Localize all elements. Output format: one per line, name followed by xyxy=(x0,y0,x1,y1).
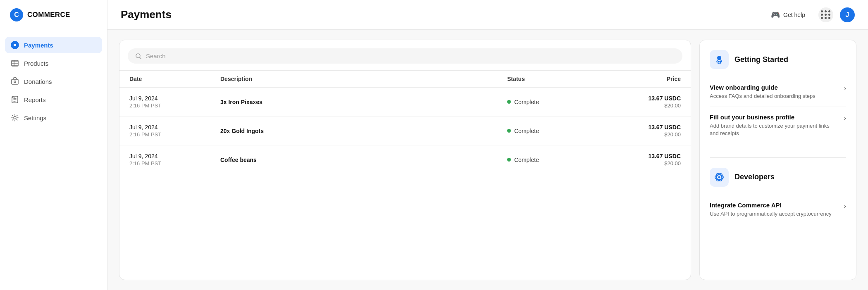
getting-started-icon xyxy=(710,50,729,69)
chevron-right-icon: › xyxy=(844,202,846,210)
page-title: Payments xyxy=(121,8,172,21)
developers-header: Developers xyxy=(710,168,846,187)
svg-point-1 xyxy=(14,44,16,46)
status-dot-complete xyxy=(507,100,511,104)
integrate-api-item[interactable]: Integrate Commerce API Use API to progra… xyxy=(710,195,846,224)
apps-grid-button[interactable] xyxy=(818,7,833,22)
developers-title: Developers xyxy=(734,173,775,181)
sidebar-item-products[interactable]: Products xyxy=(5,55,102,71)
date-cell: Jul 9, 2024 2:16 PM PST xyxy=(129,153,220,166)
settings-icon xyxy=(11,114,19,122)
status-dot-complete xyxy=(507,129,511,133)
table-header: Date Description Status Price xyxy=(119,71,691,88)
developers-section: Developers Integrate Commerce API Use AP… xyxy=(710,168,846,224)
user-avatar-button[interactable]: J xyxy=(840,7,855,22)
reports-icon xyxy=(11,95,19,104)
sidebar-item-settings-label: Settings xyxy=(24,114,46,121)
status-cell: Complete xyxy=(507,157,598,163)
price-cell: 13.67 USDC $20.00 xyxy=(598,124,681,138)
table-row[interactable]: Jul 9, 2024 2:16 PM PST Coffee beans Com… xyxy=(119,145,691,174)
onboarding-guide-item[interactable]: View onboarding guide Access FAQs and de… xyxy=(710,77,846,107)
search-icon xyxy=(135,53,142,59)
sidebar-nav: Payments Products Donation xyxy=(0,30,107,133)
section-divider xyxy=(710,157,846,158)
chevron-right-icon: › xyxy=(844,114,846,122)
table-row[interactable]: Jul 9, 2024 2:16 PM PST 3x Iron Pixaxes … xyxy=(119,88,691,116)
logo-icon: C xyxy=(10,8,23,21)
status-cell: Complete xyxy=(507,99,598,105)
getting-started-header: Getting Started xyxy=(710,50,846,69)
payments-panel: Date Description Status Price Jul 9, 202… xyxy=(119,40,691,280)
svg-point-13 xyxy=(718,176,720,178)
search-input-wrap[interactable] xyxy=(128,48,682,64)
main-content: Payments 🎮 Get help J xyxy=(107,0,868,290)
grid-dots-icon xyxy=(821,10,831,19)
svg-rect-4 xyxy=(14,81,16,83)
sidebar-item-donations[interactable]: Donations xyxy=(5,73,102,90)
col-price: Price xyxy=(598,76,681,82)
get-help-button[interactable]: 🎮 Get help xyxy=(764,7,812,23)
status-cell: Complete xyxy=(507,128,598,134)
integrate-api-content: Integrate Commerce API Use API to progra… xyxy=(710,202,839,218)
svg-rect-3 xyxy=(12,79,18,84)
col-date: Date xyxy=(129,76,220,82)
business-profile-content: Fill out your business profile Add brand… xyxy=(710,114,839,137)
col-status: Status xyxy=(507,76,598,82)
logo-text: COMMERCE xyxy=(27,11,70,19)
sidebar-item-reports[interactable]: Reports xyxy=(5,91,102,108)
developers-icon xyxy=(710,168,729,187)
status-dot-complete xyxy=(507,158,511,162)
sidebar-item-payments[interactable]: Payments xyxy=(5,37,102,53)
products-icon xyxy=(11,59,19,67)
svg-point-6 xyxy=(14,116,16,119)
search-bar xyxy=(119,40,691,71)
onboarding-guide-content: View onboarding guide Access FAQs and de… xyxy=(710,84,839,100)
description-cell: 20x Gold Ingots xyxy=(220,128,507,134)
donations-icon xyxy=(11,77,19,86)
business-profile-item[interactable]: Fill out your business profile Add brand… xyxy=(710,107,846,144)
chevron-right-icon: › xyxy=(844,85,846,92)
content-area: Date Description Status Price Jul 9, 202… xyxy=(107,30,868,290)
header-actions: 🎮 Get help J xyxy=(764,7,855,23)
col-description: Description xyxy=(220,76,507,82)
sidebar-logo: C COMMERCE xyxy=(0,0,107,30)
table-row[interactable]: Jul 9, 2024 2:16 PM PST 20x Gold Ingots … xyxy=(119,116,691,145)
payments-icon xyxy=(11,41,19,49)
sidebar-item-payments-label: Payments xyxy=(24,42,53,49)
date-cell: Jul 9, 2024 2:16 PM PST xyxy=(129,124,220,138)
description-cell: 3x Iron Pixaxes xyxy=(220,99,507,105)
sidebar-item-donations-label: Donations xyxy=(24,78,52,85)
description-cell: Coffee beans xyxy=(220,157,507,163)
sidebar-item-products-label: Products xyxy=(24,60,48,67)
search-input[interactable] xyxy=(146,52,675,59)
price-cell: 13.67 USDC $20.00 xyxy=(598,95,681,109)
getting-started-section: Getting Started View onboarding guide Ac… xyxy=(710,50,846,144)
right-panel: Getting Started View onboarding guide Ac… xyxy=(699,40,856,280)
discord-icon: 🎮 xyxy=(771,10,780,19)
date-cell: Jul 9, 2024 2:16 PM PST xyxy=(129,95,220,109)
sidebar-item-settings[interactable]: Settings xyxy=(5,109,102,126)
getting-started-title: Getting Started xyxy=(734,55,788,64)
sidebar-item-reports-label: Reports xyxy=(24,96,46,103)
header: Payments 🎮 Get help J xyxy=(107,0,868,30)
sidebar: C COMMERCE Payments Produc xyxy=(0,0,107,290)
price-cell: 13.67 USDC $20.00 xyxy=(598,153,681,166)
